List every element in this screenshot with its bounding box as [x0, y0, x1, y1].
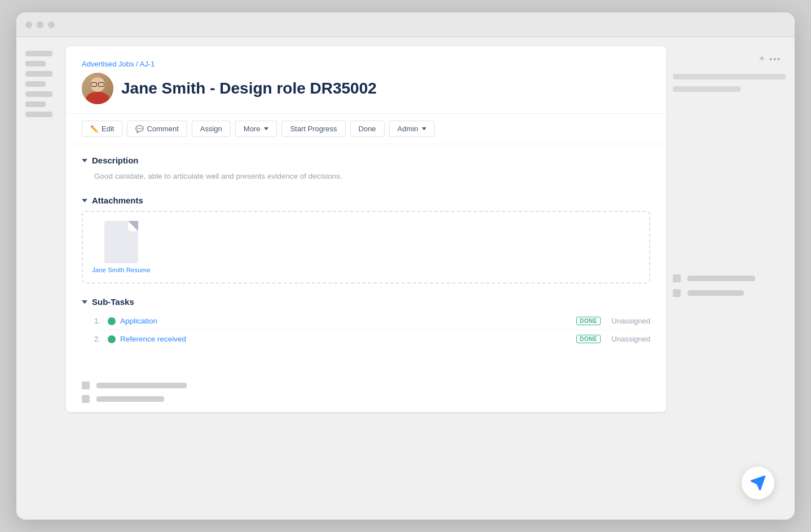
toolbar: ✏️ Edit 💬 Comment Assign More Start Prog…	[66, 114, 666, 144]
dots-icon[interactable]: •••	[769, 55, 781, 64]
main-layout: Advertised Jobs / AJ-1 Jane Smith - Desi…	[16, 37, 795, 421]
right-bottom-1	[673, 274, 786, 282]
avatar-glasses	[91, 83, 104, 86]
attachments-collapse-arrow[interactable]	[82, 199, 87, 202]
page-title: Jane Smith - Design role DR35002	[121, 79, 377, 97]
main-panel: Advertised Jobs / AJ-1 Jane Smith - Desi…	[66, 46, 666, 412]
subtask-number-2: 2.	[94, 335, 103, 343]
title-bar	[16, 12, 795, 37]
page-header: Advertised Jobs / AJ-1 Jane Smith - Desi…	[66, 46, 666, 114]
breadcrumb: Advertised Jobs / AJ-1	[82, 60, 650, 68]
subtask-assignee-1: Unassigned	[605, 317, 650, 325]
bottom-placeholder	[66, 373, 666, 412]
subtask-done-badge-1: DONE	[576, 317, 601, 325]
subtasks-title: Sub-Tasks	[92, 297, 134, 307]
subtasks-header: Sub-Tasks	[82, 297, 650, 307]
paper-plane-icon	[750, 475, 766, 491]
traffic-light-minimize[interactable]	[37, 21, 43, 28]
right-bar-1	[673, 74, 786, 79]
sidebar-bar-7	[25, 112, 52, 117]
table-row: 2. Reference received DONE Unassigned	[94, 330, 650, 348]
admin-button[interactable]: Admin	[389, 121, 435, 137]
file-icon	[104, 221, 138, 263]
subtask-status-dot-2	[108, 335, 116, 343]
subtask-name-2[interactable]: Reference received	[120, 335, 572, 343]
right-bar-2	[673, 86, 741, 92]
more-button[interactable]: More	[235, 121, 277, 137]
description-section: Description Good canidate, able to artic…	[82, 156, 650, 182]
subtask-list: 1. Application DONE Unassigned 2. Refere…	[82, 312, 650, 348]
description-collapse-arrow[interactable]	[82, 159, 87, 162]
subtask-number-1: 1.	[94, 317, 103, 325]
admin-chevron-icon	[422, 127, 426, 130]
sidebar-bar-1	[25, 51, 52, 56]
subtasks-section: Sub-Tasks 1. Application DONE Unassigned	[82, 297, 650, 348]
right-bottom-2	[673, 289, 786, 297]
browser-window: Advertised Jobs / AJ-1 Jane Smith - Desi…	[16, 12, 795, 520]
subtasks-collapse-arrow[interactable]	[82, 300, 87, 304]
done-button[interactable]: Done	[350, 121, 385, 137]
traffic-light-maximize[interactable]	[48, 21, 55, 28]
bottom-bar-row-1	[82, 382, 650, 389]
sidebar-bar-2	[25, 61, 46, 66]
subtask-done-badge-2: DONE	[576, 335, 601, 343]
sidebar-bar-3	[25, 71, 52, 77]
bottom-bar-row-2	[82, 395, 650, 403]
description-content: Good canidate, able to articulate well a…	[82, 171, 650, 182]
comment-icon: 💬	[135, 125, 144, 133]
avatar-image	[82, 73, 113, 104]
plus-icon[interactable]: +	[759, 53, 765, 65]
edit-icon: ✏️	[90, 125, 99, 133]
more-chevron-icon	[264, 127, 268, 130]
bottom-sq-1	[82, 382, 90, 389]
comment-button[interactable]: 💬 Comment	[127, 121, 187, 137]
right-controls: + •••	[673, 51, 786, 67]
left-sidebar	[25, 46, 59, 412]
page-title-row: Jane Smith - Design role DR35002	[82, 73, 650, 104]
bottom-bar-1	[96, 383, 187, 388]
avatar-body	[86, 92, 109, 104]
attachments-section: Attachments Jane Smith Resume	[82, 196, 650, 283]
bottom-bar-2	[96, 396, 164, 402]
right-bar-bottom-1	[687, 276, 755, 281]
breadcrumb-link[interactable]: Advertised Jobs	[82, 60, 134, 68]
right-panel: + •••	[673, 46, 786, 412]
attachments-title: Attachments	[92, 196, 143, 205]
description-header: Description	[82, 156, 650, 165]
subtask-assignee-2: Unassigned	[605, 335, 650, 343]
file-item[interactable]: Jane Smith Resume	[92, 221, 151, 273]
edit-button[interactable]: ✏️ Edit	[82, 121, 122, 137]
sidebar-bar-4	[25, 81, 46, 87]
subtask-name-1[interactable]: Application	[120, 317, 572, 325]
file-name: Jane Smith Resume	[92, 267, 151, 273]
right-bar-bottom-2	[687, 290, 744, 296]
right-sq-1	[673, 274, 681, 282]
content-area: Description Good canidate, able to artic…	[66, 144, 666, 373]
subtask-status-dot-1	[108, 317, 116, 325]
right-sq-2	[673, 289, 681, 297]
table-row: 1. Application DONE Unassigned	[94, 312, 650, 330]
bottom-sq-2	[82, 395, 90, 403]
attachments-drop-zone[interactable]: Jane Smith Resume	[82, 211, 650, 283]
avatar	[82, 73, 113, 104]
start-progress-button[interactable]: Start Progress	[281, 121, 345, 137]
traffic-light-close[interactable]	[25, 21, 32, 28]
fab-button[interactable]	[742, 467, 774, 499]
attachments-header: Attachments	[82, 196, 650, 205]
sidebar-bar-5	[25, 91, 52, 97]
description-title: Description	[92, 156, 139, 165]
assign-button[interactable]: Assign	[192, 121, 231, 137]
sidebar-bar-6	[25, 101, 46, 107]
